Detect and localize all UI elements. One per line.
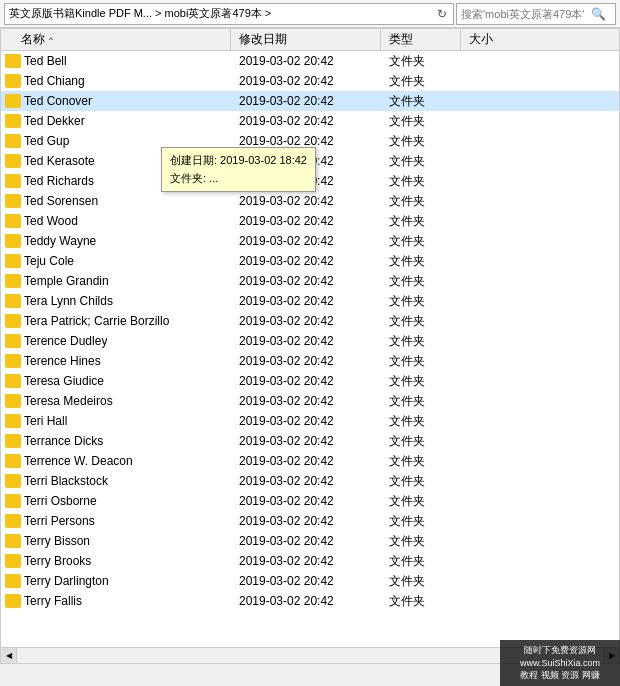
row-type: 文件夹 — [381, 213, 461, 230]
table-row[interactable]: Terrance Dicks 2019-03-02 20:42 文件夹 — [1, 431, 619, 451]
search-box[interactable]: 🔍 — [456, 3, 616, 25]
table-row[interactable]: Ted Wood 2019-03-02 20:42 文件夹 — [1, 211, 619, 231]
row-name: Terri Persons — [1, 514, 231, 528]
table-row[interactable]: Ted Conover 2019-03-02 20:42 文件夹 — [1, 91, 619, 111]
col-header-type[interactable]: 类型 — [381, 29, 461, 50]
table-row[interactable]: Ted Sorensen 2019-03-02 20:42 文件夹 — [1, 191, 619, 211]
row-name: Ted Wood — [1, 214, 231, 228]
row-name: Tera Patrick; Carrie Borzillo — [1, 314, 231, 328]
file-list-container: 名称 ^ 修改日期 类型 大小 Ted Bell 2019-03-02 20:4… — [0, 28, 620, 664]
folder-icon — [5, 454, 21, 468]
folder-icon — [5, 434, 21, 448]
folder-icon — [5, 254, 21, 268]
row-name: Ted Conover — [1, 94, 231, 108]
table-row[interactable]: Teri Hall 2019-03-02 20:42 文件夹 — [1, 411, 619, 431]
table-row[interactable]: Terry Brooks 2019-03-02 20:42 文件夹 — [1, 551, 619, 571]
table-row[interactable]: Terrence W. Deacon 2019-03-02 20:42 文件夹 — [1, 451, 619, 471]
table-row[interactable]: Ted Bell 2019-03-02 20:42 文件夹 — [1, 51, 619, 71]
hscroll-left-button[interactable]: ◀ — [1, 648, 17, 664]
row-name: Ted Richards — [1, 174, 231, 188]
row-name-text: Terry Darlington — [24, 574, 109, 588]
table-row[interactable]: Terri Blackstock 2019-03-02 20:42 文件夹 — [1, 471, 619, 491]
file-rows[interactable]: Ted Bell 2019-03-02 20:42 文件夹 Ted Chiang… — [1, 51, 619, 647]
row-name-text: Ted Wood — [24, 214, 78, 228]
row-date: 2019-03-02 20:42 — [231, 474, 381, 488]
row-name-text: Teresa Giudice — [24, 374, 104, 388]
row-type: 文件夹 — [381, 333, 461, 350]
row-date: 2019-03-02 20:42 — [231, 334, 381, 348]
row-date: 2019-03-02 20:42 — [231, 234, 381, 248]
col-header-size[interactable]: 大小 — [461, 29, 619, 50]
table-row[interactable]: Terri Persons 2019-03-02 20:42 文件夹 — [1, 511, 619, 531]
folder-icon — [5, 514, 21, 528]
table-row[interactable]: Terri Osborne 2019-03-02 20:42 文件夹 — [1, 491, 619, 511]
row-name-text: Tera Lynn Childs — [24, 294, 113, 308]
table-row[interactable]: Tera Patrick; Carrie Borzillo 2019-03-02… — [1, 311, 619, 331]
row-type: 文件夹 — [381, 413, 461, 430]
row-name-text: Terri Persons — [24, 514, 95, 528]
row-name: Ted Sorensen — [1, 194, 231, 208]
row-date: 2019-03-02 20:42 — [231, 594, 381, 608]
row-type: 文件夹 — [381, 493, 461, 510]
folder-icon — [5, 574, 21, 588]
row-type: 文件夹 — [381, 593, 461, 610]
row-name-text: Terrence W. Deacon — [24, 454, 133, 468]
row-name-text: Teju Cole — [24, 254, 74, 268]
table-row[interactable]: Terence Hines 2019-03-02 20:42 文件夹 — [1, 351, 619, 371]
row-date: 2019-03-02 20:42 — [231, 54, 381, 68]
table-row[interactable]: Ted Kerasote 2019-03-02 20:42 文件夹 — [1, 151, 619, 171]
table-row[interactable]: Teddy Wayne 2019-03-02 20:42 文件夹 — [1, 231, 619, 251]
table-row[interactable]: Tera Lynn Childs 2019-03-02 20:42 文件夹 — [1, 291, 619, 311]
row-type: 文件夹 — [381, 393, 461, 410]
row-name-text: Teddy Wayne — [24, 234, 96, 248]
watermark-line3: 教程 视频 资源 网赚 — [506, 669, 614, 682]
table-row[interactable]: Ted Dekker 2019-03-02 20:42 文件夹 — [1, 111, 619, 131]
row-name: Terri Blackstock — [1, 474, 231, 488]
folder-icon — [5, 554, 21, 568]
row-date: 2019-03-02 20:42 — [231, 394, 381, 408]
refresh-button[interactable]: ↻ — [435, 7, 449, 21]
row-date: 2019-03-02 20:42 — [231, 554, 381, 568]
table-row[interactable]: Teresa Giudice 2019-03-02 20:42 文件夹 — [1, 371, 619, 391]
row-name-text: Tera Patrick; Carrie Borzillo — [24, 314, 169, 328]
table-row[interactable]: Ted Chiang 2019-03-02 20:42 文件夹 — [1, 71, 619, 91]
row-name-text: Terence Hines — [24, 354, 101, 368]
row-name: Terrance Dicks — [1, 434, 231, 448]
folder-icon — [5, 314, 21, 328]
col-header-name[interactable]: 名称 ^ — [1, 29, 231, 50]
row-type: 文件夹 — [381, 273, 461, 290]
folder-icon — [5, 234, 21, 248]
row-name: Ted Bell — [1, 54, 231, 68]
row-name: Tera Lynn Childs — [1, 294, 231, 308]
table-row[interactable]: Terence Dudley 2019-03-02 20:42 文件夹 — [1, 331, 619, 351]
table-row[interactable]: Teju Cole 2019-03-02 20:42 文件夹 — [1, 251, 619, 271]
col-header-date[interactable]: 修改日期 — [231, 29, 381, 50]
folder-icon — [5, 394, 21, 408]
row-date: 2019-03-02 20:42 — [231, 274, 381, 288]
table-row[interactable]: Teresa Medeiros 2019-03-02 20:42 文件夹 — [1, 391, 619, 411]
row-name-text: Teri Hall — [24, 414, 67, 428]
folder-icon — [5, 114, 21, 128]
table-row[interactable]: Ted Gup 2019-03-02 20:42 文件夹 — [1, 131, 619, 151]
folder-icon — [5, 374, 21, 388]
row-type: 文件夹 — [381, 173, 461, 190]
row-name-text: Terry Brooks — [24, 554, 91, 568]
row-name-text: Ted Gup — [24, 134, 69, 148]
row-name: Terence Hines — [1, 354, 231, 368]
table-row[interactable]: Temple Grandin 2019-03-02 20:42 文件夹 — [1, 271, 619, 291]
row-type: 文件夹 — [381, 253, 461, 270]
table-row[interactable]: Terry Fallis 2019-03-02 20:42 文件夹 — [1, 591, 619, 611]
row-date: 2019-03-02 20:42 — [231, 294, 381, 308]
row-type: 文件夹 — [381, 533, 461, 550]
column-headers: 名称 ^ 修改日期 类型 大小 — [1, 29, 619, 51]
row-name-text: Terry Fallis — [24, 594, 82, 608]
search-input[interactable] — [461, 8, 591, 20]
address-path-box[interactable]: 英文原版书籍Kindle PDF M... > mobi英文原著479本 > ↻ — [4, 3, 454, 25]
table-row[interactable]: Terry Darlington 2019-03-02 20:42 文件夹 — [1, 571, 619, 591]
row-name-text: Ted Kerasote — [24, 154, 95, 168]
table-row[interactable]: Ted Richards 2019-03-02 20:42 文件夹 — [1, 171, 619, 191]
row-name: Terry Darlington — [1, 574, 231, 588]
row-name-text: Ted Bell — [24, 54, 67, 68]
search-icon[interactable]: 🔍 — [591, 7, 606, 21]
table-row[interactable]: Terry Bisson 2019-03-02 20:42 文件夹 — [1, 531, 619, 551]
